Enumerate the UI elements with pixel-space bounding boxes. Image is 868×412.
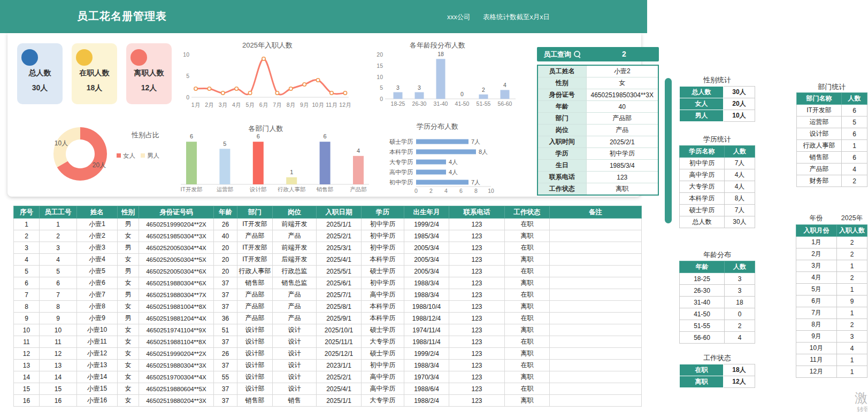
year-value[interactable]: 2025年 [836, 214, 867, 223]
table-cell[interactable]: 离职 [505, 395, 550, 407]
stat-header[interactable]: 学历名称 [680, 146, 725, 158]
table-cell[interactable] [550, 277, 642, 289]
table-cell[interactable]: 产品部 [237, 301, 273, 313]
table-cell[interactable]: 离职 [505, 230, 550, 242]
table-cell[interactable]: 小壹10 [77, 324, 118, 336]
table-cell[interactable]: 55 [214, 371, 237, 383]
stat-value-cell[interactable]: 6 [842, 152, 867, 164]
table-cell[interactable]: 10 [14, 324, 40, 336]
stat-value-cell[interactable]: 0 [725, 308, 755, 320]
table-cell[interactable]: 46502519880304**7X [139, 289, 214, 301]
stat-name-cell[interactable]: 9月 [796, 331, 837, 343]
stat-value-cell[interactable]: 6 [842, 128, 867, 140]
table-cell[interactable]: 女 [118, 336, 139, 348]
table-cell[interactable]: 123 [449, 289, 505, 301]
table-cell[interactable]: 在职 [505, 266, 550, 277]
table-cell[interactable]: 女 [118, 383, 139, 395]
stat-name-cell[interactable]: 4月 [796, 272, 837, 284]
stat-value-cell[interactable]: 4 [842, 164, 867, 175]
table-cell[interactable]: 1974/11/4 [404, 324, 449, 336]
query-field-value[interactable]: 小壹2 [586, 65, 658, 77]
table-cell[interactable]: 46502519881004**8X [139, 301, 214, 313]
table-cell[interactable]: 前端开发 [273, 219, 317, 230]
table-cell[interactable]: 51 [214, 324, 237, 336]
table-cell[interactable]: 46502519881104**8X [139, 336, 214, 348]
stat-header[interactable]: 入职人数 [837, 225, 867, 237]
stat-name-cell[interactable]: 11月 [796, 354, 837, 366]
column-header[interactable]: 联系电话 [449, 206, 505, 219]
table-cell[interactable]: 小壹4 [77, 254, 118, 266]
stat-name-cell[interactable]: 56-60 [680, 332, 725, 344]
table-cell[interactable]: 设计 [273, 348, 317, 360]
table-cell[interactable] [550, 219, 642, 230]
table-cell[interactable] [550, 336, 642, 348]
table-cell[interactable]: 2025/1/1 [317, 219, 362, 230]
table-cell[interactable]: 9 [40, 313, 77, 324]
table-cell[interactable]: 37 [214, 383, 237, 395]
table-cell[interactable]: 2025/2/1 [317, 371, 362, 383]
stat-value-cell[interactable]: 10人 [724, 110, 755, 122]
stat-value-cell[interactable]: 4 [837, 343, 867, 354]
table-cell[interactable]: 13 [40, 360, 77, 371]
table-cell[interactable]: 初中学历 [362, 360, 404, 371]
stat-header[interactable]: 部门名称 [797, 93, 842, 105]
column-header[interactable]: 身份证号码 [139, 206, 214, 219]
table-cell[interactable]: 15 [40, 383, 77, 395]
table-cell[interactable]: 36 [214, 313, 237, 324]
table-cell[interactable]: 123 [449, 371, 505, 383]
stat-value-cell[interactable]: 1 [842, 140, 867, 152]
table-cell[interactable]: 小壹14 [77, 371, 118, 383]
stat-name-cell[interactable]: 在职 [680, 364, 724, 376]
table-cell[interactable]: 12 [14, 348, 40, 360]
stat-value-cell[interactable]: 2 [837, 237, 867, 248]
table-cell[interactable]: 123 [449, 324, 505, 336]
table-cell[interactable]: 男 [118, 313, 139, 324]
table-cell[interactable]: 1999/2/4 [404, 219, 449, 230]
query-field-value[interactable]: 46502519850304**3X [586, 89, 658, 101]
stat-name-cell[interactable]: 离职 [680, 376, 724, 388]
stat-value-cell[interactable]: 12人 [724, 376, 755, 388]
table-cell[interactable]: 1970/3/4 [404, 371, 449, 383]
table-cell[interactable]: 1 [40, 219, 77, 230]
table-cell[interactable]: 6 [14, 277, 40, 289]
stat-name-cell[interactable]: 财务部 [797, 175, 842, 187]
table-cell[interactable]: 3 [14, 242, 40, 254]
table-cell[interactable]: 46502520050304**4X [139, 242, 214, 254]
table-cell[interactable]: 大专学历 [362, 336, 404, 348]
table-cell[interactable]: 在职 [505, 313, 550, 324]
table-cell[interactable]: 26 [214, 348, 237, 360]
table-cell[interactable] [550, 395, 642, 407]
table-cell[interactable]: 123 [449, 230, 505, 242]
table-cell[interactable]: 1999/2/4 [404, 348, 449, 360]
table-cell[interactable]: IT开发部 [237, 242, 273, 254]
table-cell[interactable]: 后端开发 [273, 254, 317, 266]
department-bar-chart[interactable]: 6IT开发部5运营部6设计部1行政人事部6销售部4产品部 [176, 115, 372, 196]
table-cell[interactable]: 9 [14, 313, 40, 324]
column-header[interactable]: 学历 [362, 206, 404, 219]
hires-line-chart[interactable]: 05101月2月3月4月5月6月7月8月9月10月11月12月 [176, 37, 356, 110]
table-cell[interactable]: 2023/1/1 [317, 360, 362, 371]
stat-name-cell[interactable]: 设计部 [797, 128, 842, 140]
table-cell[interactable]: 女 [118, 277, 139, 289]
table-cell[interactable]: 本科学历 [362, 254, 404, 266]
stat-value-cell[interactable]: 2 [837, 272, 867, 284]
table-cell[interactable]: 46502519881204**4X [139, 313, 214, 324]
table-cell[interactable]: 小壹7 [77, 289, 118, 301]
stat-name-cell[interactable]: 41-50 [680, 308, 725, 320]
table-cell[interactable]: 1 [14, 219, 40, 230]
table-cell[interactable]: 2 [14, 230, 40, 242]
stat-name-cell[interactable]: 行政人事部 [797, 140, 842, 152]
table-cell[interactable]: 123 [449, 266, 505, 277]
table-cell[interactable]: 产品部 [237, 289, 273, 301]
table-cell[interactable]: 离职 [505, 301, 550, 313]
table-cell[interactable]: 本科学历 [362, 313, 404, 324]
table-cell[interactable]: 销售部 [237, 395, 273, 407]
table-cell[interactable]: 1988/11/4 [404, 336, 449, 348]
stat-name-cell[interactable]: 5月 [796, 284, 837, 296]
stat-value-cell[interactable]: 3 [837, 331, 867, 343]
table-cell[interactable]: 123 [449, 242, 505, 254]
table-cell[interactable]: 8 [40, 301, 77, 313]
stat-value-cell[interactable]: 2 [837, 248, 867, 260]
table-cell[interactable]: 小壹16 [77, 395, 118, 407]
table-cell[interactable]: 在职 [505, 360, 550, 371]
